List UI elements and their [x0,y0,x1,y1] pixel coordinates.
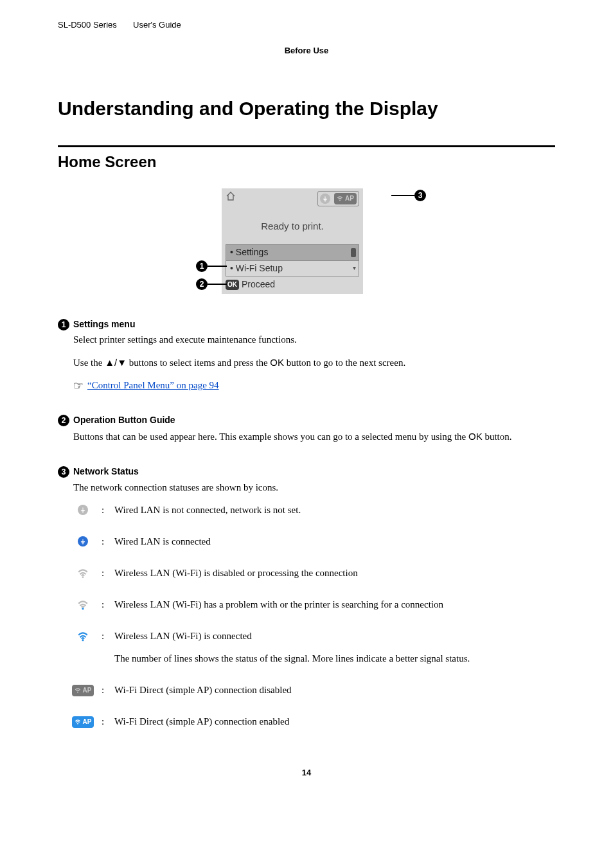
status-row-wifi-off: : Wireless LAN (Wi-Fi) is disabled or pr… [73,566,555,580]
item-1-desc-1: Select printer settings and execute main… [73,333,555,347]
home-screen-figure: ⏚ AP Ready to print. • Settings • Wi-Fi … [58,188,555,294]
status-row-wifi-on: : Wireless LAN (Wi-Fi) is connected The … [73,629,555,665]
screen-menu: • Settings • Wi-Fi Setup ▾ [226,244,359,276]
section-label: Before Use [58,45,555,57]
wifi-problem-icon [73,598,93,611]
screen-status-text: Ready to print. [222,206,363,244]
status-row-wifi-problem: : Wireless LAN (Wi-Fi) has a problem wit… [73,598,555,611]
wifi-ap-on-icon: AP [72,716,94,728]
wifi-on-icon [73,629,93,642]
status-row-lan-on: ⏚ : Wired LAN is connected [73,535,555,548]
item-3-title: Network Status [73,466,139,478]
lan-on-icon: ⏚ [78,536,88,547]
item-1-number: 1 [58,319,69,330]
network-status-list: ⏚ : Wired LAN is not connected, network … [73,503,555,728]
svg-point-3 [82,639,84,641]
pointer-icon: ☞ [73,380,84,392]
page-header: SL-D500 Series User's Guide [58,19,555,31]
header-series: SL-D500 Series [58,20,117,30]
item-1-link-row: ☞ “Control Panel Menu” on page 94 [73,379,555,392]
lan-off-icon: ⏚ [78,505,88,515]
item-3-number: 3 [58,466,69,478]
wifi-ap-icon: AP [334,193,357,204]
item-1-desc-2: Use the ▲/▼ buttons to select items and … [73,356,555,370]
svg-point-2 [82,608,84,610]
item-3-block: 3 Network Status The network connection … [58,466,555,728]
network-status-group: ⏚ AP [317,191,359,206]
item-1-title: Settings menu [73,318,135,331]
item-2-desc: Buttons that can be used appear here. Th… [73,429,555,444]
lan-icon: ⏚ [320,194,330,204]
item-1-block: 1 Settings menu Select printer settings … [58,318,555,393]
scroll-down-icon: ▾ [353,264,356,273]
callout-3: 3 [391,190,426,201]
control-panel-menu-link[interactable]: “Control Panel Menu” on page 94 [87,379,219,392]
menu-item-settings: • Settings [226,245,359,260]
page-number: 14 [58,767,555,779]
svg-point-0 [339,200,341,201]
home-icon [226,191,236,206]
item-2-title: Operation Button Guide [73,414,175,427]
svg-point-5 [77,723,78,724]
title-rule [58,145,555,147]
proceed-label: Proceed [242,278,275,291]
status-row-ap-on: AP : Wi-Fi Direct (simple AP) connection… [73,715,555,728]
ok-badge-icon: OK [226,280,239,290]
scroll-thumb-icon [351,248,356,257]
printer-screen: ⏚ AP Ready to print. • Settings • Wi-Fi … [222,188,363,294]
wifi-ap-off-icon: AP [72,685,94,696]
page-title: Understanding and Operating the Display [58,95,555,122]
item-2-number: 2 [58,415,69,426]
item-2-block: 2 Operation Button Guide Buttons that ca… [58,414,555,444]
subsection-title: Home Screen [58,151,555,173]
status-row-ap-off: AP : Wi-Fi Direct (simple AP) connection… [73,683,555,697]
menu-item-wifi-setup: • Wi-Fi Setup ▾ [226,261,359,276]
svg-point-4 [77,691,78,692]
item-3-desc: The network connection statuses are show… [73,481,555,494]
callout-2: 2 [196,278,227,290]
screen-proceed-row: OK Proceed [222,276,363,294]
status-row-lan-off: ⏚ : Wired LAN is not connected, network … [73,503,555,517]
callout-1: 1 [196,260,227,272]
header-guide: User's Guide [133,20,181,30]
svg-point-1 [82,576,84,578]
wifi-off-icon [73,566,93,579]
